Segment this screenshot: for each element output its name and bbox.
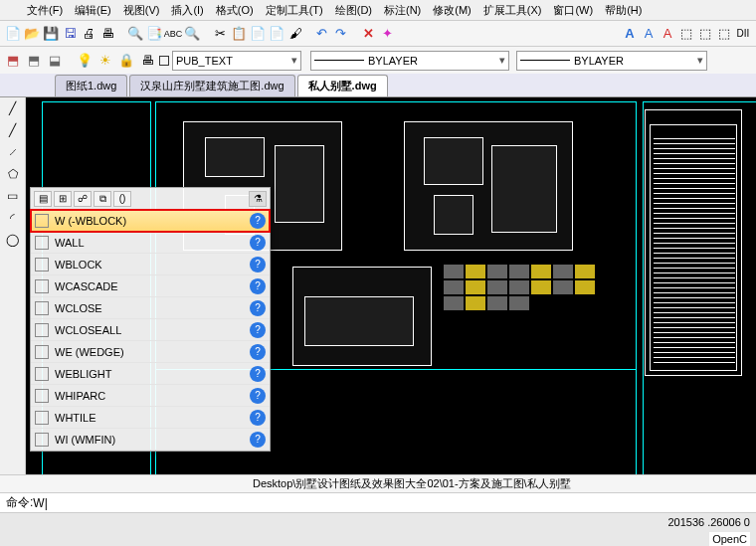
- help-icon[interactable]: ?: [250, 388, 266, 404]
- purge-icon[interactable]: ✦: [378, 25, 396, 43]
- layertool2-icon[interactable]: ⬒: [25, 52, 43, 70]
- open-icon[interactable]: 📂: [23, 25, 41, 43]
- bulb-icon[interactable]: 💡: [76, 52, 94, 70]
- suggest-mode2-icon[interactable]: ⊞: [54, 191, 72, 207]
- new-icon[interactable]: 📄: [4, 25, 22, 43]
- command-line[interactable]: 命令: W: [0, 492, 756, 512]
- suggest-item[interactable]: WBLOCK?: [31, 254, 270, 275]
- help-icon[interactable]: ?: [250, 278, 266, 294]
- plugin-label: OpenC: [709, 532, 750, 546]
- menu-edit[interactable]: 编辑(E): [73, 2, 113, 19]
- texta-icon[interactable]: A: [621, 25, 639, 43]
- menu-file[interactable]: 文件(F): [25, 2, 65, 19]
- layertool1-icon[interactable]: ⬒: [4, 52, 22, 70]
- help-icon[interactable]: ?: [250, 322, 266, 338]
- textc-icon[interactable]: A: [659, 25, 676, 43]
- suggest-text: WI (WMFIN): [55, 434, 115, 446]
- command-suggest-popup: ▤ ⊞ ☍ ⧉ () ⚗ W (-WBLOCK)?WALL?WBLOCK?WCA…: [30, 187, 271, 452]
- plot-icon[interactable]: 🖶: [98, 25, 116, 43]
- chevron-down-icon: ▾: [499, 54, 505, 67]
- layer-combo[interactable]: PUB_TEXT ▾: [172, 51, 301, 71]
- menu-insert[interactable]: 插入(I): [169, 2, 205, 19]
- suggest-item[interactable]: WI (WMFIN)?: [31, 429, 270, 451]
- command-input[interactable]: W: [33, 496, 47, 510]
- xline-icon[interactable]: ╱: [4, 123, 22, 141]
- line-icon[interactable]: ╱: [4, 101, 22, 119]
- circle-icon[interactable]: ◯: [4, 233, 22, 251]
- redo-icon[interactable]: ↷: [331, 25, 349, 43]
- suggest-item[interactable]: WHIPARC?: [31, 385, 270, 407]
- cmd-icon: [35, 279, 49, 293]
- help-icon[interactable]: ?: [250, 366, 266, 382]
- draw3-icon[interactable]: ⬚: [715, 25, 733, 43]
- layertool3-icon[interactable]: ⬓: [46, 52, 64, 70]
- sheet-icon[interactable]: 📑: [145, 25, 163, 43]
- suggest-item[interactable]: WHTILE?: [31, 407, 270, 429]
- matchprop-icon[interactable]: 🖌: [286, 25, 304, 43]
- suggest-item[interactable]: WEBLIGHT?: [31, 363, 270, 385]
- suggest-mode5-icon[interactable]: (): [113, 191, 131, 207]
- tab-doc3[interactable]: 私人别墅.dwg: [297, 75, 388, 96]
- help-icon[interactable]: ?: [250, 300, 266, 316]
- menu-help[interactable]: 帮助(H): [603, 2, 644, 19]
- undo-icon[interactable]: ↶: [312, 25, 330, 43]
- suggest-item[interactable]: WCLOSEALL?: [31, 319, 270, 341]
- linetype-combo[interactable]: BYLAYER ▾: [310, 51, 509, 71]
- pasteblock-icon[interactable]: 📄: [268, 25, 285, 43]
- colorbox-icon[interactable]: [159, 56, 169, 66]
- suggest-text: WEBLIGHT: [55, 368, 111, 380]
- help-icon[interactable]: ?: [250, 213, 266, 229]
- menu-extend[interactable]: 扩展工具(X): [481, 2, 544, 19]
- suggest-item[interactable]: WCASCADE?: [31, 275, 270, 297]
- suggest-lab-icon[interactable]: ⚗: [249, 191, 267, 207]
- textb-icon[interactable]: A: [640, 25, 658, 43]
- saveas-icon[interactable]: 🖫: [61, 25, 79, 43]
- menu-modify[interactable]: 修改(M): [431, 2, 473, 19]
- cmd-icon: [35, 367, 49, 381]
- pline-icon[interactable]: ⟋: [4, 145, 22, 163]
- menu-dimension[interactable]: 标注(N): [382, 2, 423, 19]
- suggest-mode4-icon[interactable]: ⧉: [94, 191, 111, 207]
- menu-view[interactable]: 视图(V): [121, 2, 162, 19]
- print-icon[interactable]: 🖨: [80, 25, 97, 43]
- arc-icon[interactable]: ◜: [4, 211, 22, 229]
- spell-icon[interactable]: ABC: [164, 25, 182, 43]
- lineweight-combo[interactable]: BYLAYER ▾: [516, 51, 707, 71]
- menu-draw[interactable]: 绘图(D): [333, 2, 374, 19]
- help-icon[interactable]: ?: [250, 410, 266, 426]
- copy-icon[interactable]: 📋: [230, 25, 248, 43]
- help-icon[interactable]: ?: [250, 432, 266, 448]
- find-icon[interactable]: 🔍: [183, 25, 201, 43]
- linetype-value: BYLAYER: [368, 55, 418, 67]
- paste-icon[interactable]: 📄: [249, 25, 267, 43]
- suggest-item[interactable]: W (-WBLOCK)?: [31, 210, 270, 232]
- cut-icon[interactable]: ✂: [211, 25, 229, 43]
- polygon-icon[interactable]: ⬠: [4, 167, 22, 185]
- preview-icon[interactable]: 🔍: [126, 25, 144, 43]
- menu-tools[interactable]: 定制工具(T): [264, 2, 325, 19]
- lock-icon[interactable]: 🔒: [117, 52, 135, 70]
- menu-window[interactable]: 窗口(W): [551, 2, 595, 19]
- help-icon[interactable]: ?: [250, 257, 266, 273]
- erase-icon[interactable]: ✕: [359, 25, 377, 43]
- suggest-item[interactable]: WALL?: [31, 232, 270, 254]
- sun-icon[interactable]: ☀: [96, 52, 114, 70]
- tab-doc1[interactable]: 图纸1.dwg: [55, 75, 127, 96]
- print2-icon[interactable]: 🖶: [138, 52, 156, 70]
- tab-doc2[interactable]: 汉泉山庄别墅建筑施工图.dwg: [129, 75, 294, 96]
- help-icon[interactable]: ?: [250, 235, 266, 251]
- draw1-icon[interactable]: ⬚: [677, 25, 695, 43]
- suggest-mode1-icon[interactable]: ▤: [34, 191, 52, 207]
- cmd-icon: [35, 433, 49, 447]
- rect-icon[interactable]: ▭: [4, 189, 22, 207]
- suggest-mode3-icon[interactable]: ☍: [74, 191, 92, 207]
- save-icon[interactable]: 💾: [42, 25, 60, 43]
- suggest-item[interactable]: WE (WEDGE)?: [31, 341, 270, 363]
- suggest-text: WBLOCK: [55, 259, 102, 271]
- suggest-item[interactable]: WCLOSE?: [31, 297, 270, 319]
- layer-toolbar: ⬒ ⬒ ⬓ 💡 ☀ 🔒 🖶 PUB_TEXT ▾ BYLAYER ▾ BYLAY…: [0, 46, 756, 74]
- help-icon[interactable]: ?: [250, 344, 266, 360]
- menu-format[interactable]: 格式(O): [214, 2, 256, 19]
- cmd-icon: [35, 214, 49, 228]
- draw2-icon[interactable]: ⬚: [696, 25, 714, 43]
